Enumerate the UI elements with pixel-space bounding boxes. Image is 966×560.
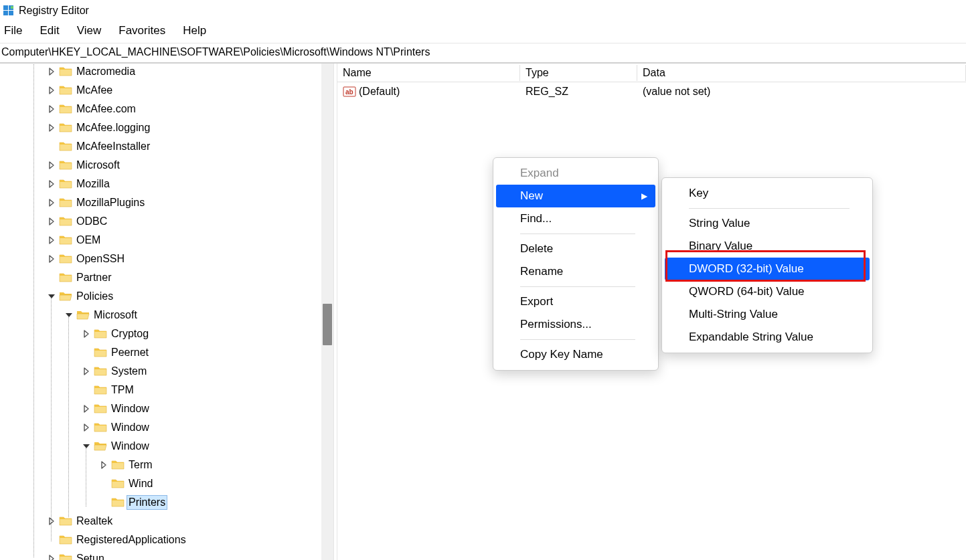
ctx-new-string-value[interactable]: String Value xyxy=(665,212,870,235)
column-name[interactable]: Name xyxy=(337,65,520,81)
tree-label: ODBC xyxy=(75,215,108,228)
tree-expand-icon[interactable] xyxy=(82,404,91,413)
tree-node[interactable]: MozillaPlugins xyxy=(0,193,333,212)
column-type[interactable]: Type xyxy=(520,65,637,81)
tree-node[interactable]: Term xyxy=(0,456,333,474)
tree-node[interactable]: Microsoft xyxy=(0,306,333,324)
tree-expand-icon[interactable] xyxy=(47,123,56,132)
tree-expand-icon[interactable] xyxy=(47,161,56,170)
tree-node[interactable]: McAfee.com xyxy=(0,100,333,118)
tree-node[interactable]: OpenSSH xyxy=(0,250,333,268)
folder-icon xyxy=(59,515,72,528)
tree-node[interactable]: Printers xyxy=(0,493,333,512)
tree-node[interactable]: RegisteredApplications xyxy=(0,531,333,549)
ctx-new-qword-64-bit-value[interactable]: QWORD (64-bit) Value xyxy=(665,280,870,303)
tree-node[interactable]: Wind xyxy=(0,474,333,493)
tree-expand-icon[interactable] xyxy=(82,367,91,376)
tree-label: McAfeeInstaller xyxy=(75,140,151,153)
tree-node[interactable]: Realtek xyxy=(0,512,333,531)
tree-node[interactable]: ODBC xyxy=(0,212,333,231)
values-row[interactable]: ab(Default)REG_SZ(value not set) xyxy=(337,82,966,101)
ctx-key-export[interactable]: Export xyxy=(496,290,655,313)
tree-expand-icon[interactable] xyxy=(82,423,91,432)
menu-help[interactable]: Help xyxy=(183,24,206,37)
tree-node[interactable]: Window xyxy=(0,399,333,418)
tree-node[interactable]: Microsoft xyxy=(0,156,333,175)
tree-expand-icon[interactable] xyxy=(82,329,91,339)
tree-node[interactable]: OEM xyxy=(0,231,333,250)
tree[interactable]: MacromediaMcAfeeMcAfee.comMcAfee.logging… xyxy=(0,64,333,560)
folder-icon xyxy=(59,159,72,172)
tree-label: Partner xyxy=(75,271,112,284)
menu-favorites[interactable]: Favorites xyxy=(118,24,165,37)
tree-label: Wind xyxy=(127,477,154,490)
ctx-key-copy-key-name[interactable]: Copy Key Name xyxy=(496,343,655,366)
tree-node[interactable]: Macromedia xyxy=(0,64,333,81)
ctx-new-multi-string-value[interactable]: Multi-String Value xyxy=(665,303,870,326)
ctx-key-rename[interactable]: Rename xyxy=(496,260,655,283)
svg-point-4 xyxy=(11,6,13,9)
menu-file[interactable]: File xyxy=(4,24,22,37)
folder-icon xyxy=(59,533,72,547)
app-title: Registry Editor xyxy=(19,5,89,17)
folder-icon xyxy=(59,84,72,97)
tree-expand-icon[interactable] xyxy=(47,517,56,526)
tree-node[interactable]: Setun xyxy=(0,549,333,560)
tree-node[interactable]: Cryptog xyxy=(0,324,333,343)
tree-expand-icon[interactable] xyxy=(47,86,56,95)
context-menu-new: KeyString ValueBinary ValueDWORD (32-bit… xyxy=(661,177,873,353)
svg-rect-0 xyxy=(3,5,8,10)
tree-expand-icon[interactable] xyxy=(47,554,56,560)
tree-expand-icon[interactable] xyxy=(82,442,91,451)
tree-expand-icon[interactable] xyxy=(47,179,56,189)
tree-expand-icon[interactable] xyxy=(47,217,56,226)
value-type: REG_SZ xyxy=(520,84,637,99)
tree-node[interactable]: Window xyxy=(0,437,333,456)
tree-expand-icon[interactable] xyxy=(99,460,108,470)
context-menu-key: ExpandNew▶Find...DeleteRenameExportPermi… xyxy=(493,157,659,371)
tree-node[interactable]: Peernet xyxy=(0,343,333,362)
tree-label: Cryptog xyxy=(110,327,150,341)
menu-edit[interactable]: Edit xyxy=(39,24,59,37)
tree-label: Window xyxy=(110,421,151,434)
ctx-key-permissions[interactable]: Permissions... xyxy=(496,313,655,336)
tree-expand-icon[interactable] xyxy=(64,310,74,320)
ctx-new-key[interactable]: Key xyxy=(665,182,870,205)
column-data[interactable]: Data xyxy=(637,65,966,81)
tree-node[interactable]: TPM xyxy=(0,381,333,399)
ctx-new-binary-value[interactable]: Binary Value xyxy=(665,235,870,258)
folder-icon xyxy=(59,65,72,78)
tree-pane: MacromediaMcAfeeMcAfee.comMcAfee.logging… xyxy=(0,64,333,560)
tree-node[interactable]: McAfee.logging xyxy=(0,118,333,137)
ctx-key-find[interactable]: Find... xyxy=(496,207,655,230)
tree-expand-icon[interactable] xyxy=(47,104,56,114)
folder-icon xyxy=(59,121,72,134)
tree-node[interactable]: McAfee xyxy=(0,81,333,100)
tree-label: Microsoft xyxy=(75,159,121,172)
tree-node[interactable]: Window xyxy=(0,418,333,437)
menu-view[interactable]: View xyxy=(77,24,102,37)
ctx-key-delete[interactable]: Delete xyxy=(496,238,655,260)
tree-node[interactable]: McAfeeInstaller xyxy=(0,137,333,156)
tree-node[interactable]: Policies xyxy=(0,287,333,306)
tree-expand-icon[interactable] xyxy=(47,198,56,207)
tree-node[interactable]: Partner xyxy=(0,268,333,287)
ctx-new-dword-32-bit-value[interactable]: DWORD (32-bit) Value xyxy=(665,258,870,280)
tree-scrollbar-thumb[interactable] xyxy=(323,304,332,345)
tree-expand-icon[interactable] xyxy=(47,67,56,76)
content-area: MacromediaMcAfeeMcAfee.comMcAfee.logging… xyxy=(0,64,966,560)
tree-expand-icon[interactable] xyxy=(47,236,56,245)
ctx-key-new[interactable]: New▶ xyxy=(496,185,655,207)
tree-expand-icon[interactable] xyxy=(47,292,56,301)
ctx-new-expandable-string-value[interactable]: Expandable String Value xyxy=(665,326,870,349)
tree-scrollbar-track[interactable] xyxy=(321,64,333,560)
tree-expand-icon[interactable] xyxy=(47,254,56,264)
tree-expand-spacer xyxy=(99,479,108,488)
menu-separator xyxy=(520,339,635,340)
tree-node[interactable]: Mozilla xyxy=(0,175,333,193)
address-bar[interactable]: Computer\HKEY_LOCAL_MACHINE\SOFTWARE\Pol… xyxy=(0,43,966,64)
folder-icon xyxy=(59,215,72,228)
tree-node[interactable]: System xyxy=(0,362,333,381)
values-rows: ab(Default)REG_SZ(value not set) xyxy=(337,82,966,101)
svg-rect-3 xyxy=(9,11,13,15)
